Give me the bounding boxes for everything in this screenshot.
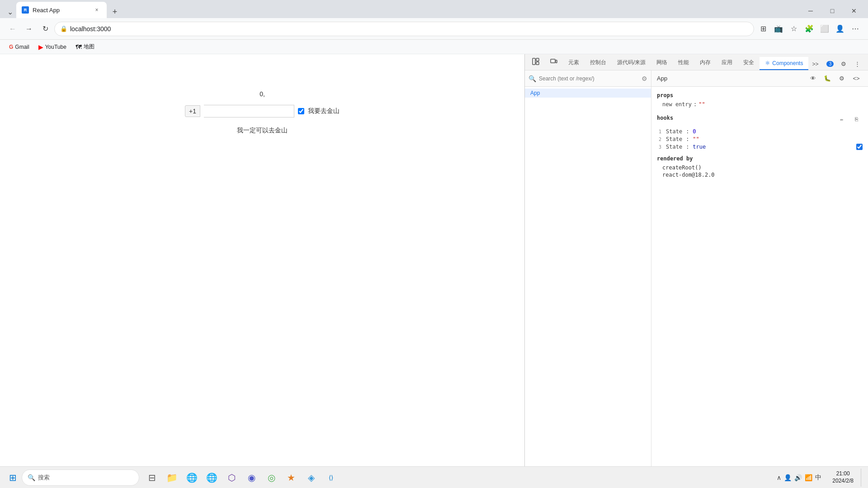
bookmark-youtube[interactable]: ▶ YouTube — [35, 42, 70, 52]
close-button[interactable]: ✕ — [844, 4, 864, 18]
devtools-tab-icons: 3 ⚙ ⋮ ✕ — [822, 57, 868, 70]
hook-3-checkbox[interactable] — [856, 144, 863, 150]
devtools-tab-responsive[interactable] — [545, 55, 563, 70]
menu-button[interactable]: ⋯ — [848, 22, 863, 36]
taskbar-search-icon: 🔍 — [28, 474, 35, 481]
hook-key-1: State — [666, 128, 682, 135]
bookmark-maps[interactable]: 🗺 地图 — [72, 42, 98, 52]
taskbar-app-edge2[interactable]: 🌐 — [203, 469, 221, 487]
lock-icon: 🔒 — [60, 25, 67, 32]
hook-value-1: 0 — [693, 128, 696, 135]
maximize-button[interactable]: □ — [822, 4, 843, 18]
bookmark-gmail[interactable]: G Gmail — [5, 43, 33, 51]
taskbar-tray: ∧ 👤 🔊 📶 中 — [773, 474, 825, 482]
tab-close-button[interactable]: × — [92, 5, 101, 14]
checkbox-input[interactable] — [298, 108, 304, 114]
settings-button[interactable]: ⚙ — [835, 72, 848, 85]
code-button[interactable]: <> — [850, 72, 863, 85]
tray-person-icon[interactable]: 👤 — [784, 474, 792, 481]
screen-cast-button[interactable]: 📺 — [771, 22, 786, 36]
devtools-tab-network[interactable]: 网络 — [651, 56, 673, 70]
search-icon: 🔍 — [528, 75, 536, 82]
show-desktop-button[interactable] — [861, 469, 864, 487]
text-input[interactable] — [204, 105, 294, 117]
devtools-tab-console[interactable]: 控制台 — [585, 56, 612, 70]
profile-button[interactable]: 👤 — [833, 22, 847, 36]
devtools-tab-more[interactable]: >> — [808, 58, 822, 70]
devtools-close-button[interactable]: ✕ — [864, 57, 868, 70]
hook-colon-2: : — [686, 136, 689, 142]
tray-ime-icon[interactable]: 中 — [815, 474, 821, 482]
svg-rect-2 — [536, 62, 539, 65]
bug-button[interactable]: 🐛 — [821, 72, 834, 85]
minimize-button[interactable]: ─ — [800, 4, 821, 18]
back-button[interactable]: ← — [5, 22, 20, 36]
taskbar-app-vscode[interactable]: ⟨⟩ — [322, 469, 340, 487]
hooks-copy-icon[interactable]: ⎘ — [850, 113, 863, 126]
tree-item-app[interactable]: App — [525, 89, 651, 98]
prop-row-new-entry: new entry : "" — [657, 101, 863, 108]
prop-key: new entry — [662, 101, 692, 108]
main-area: 0, +1 我要去金山 我一定可以去金山 元素 — [0, 54, 868, 466]
gmail-icon: G — [9, 44, 13, 50]
component-detail-panel: App 👁 🐛 ⚙ <> props new entry — [651, 70, 868, 466]
form-row: +1 我要去金山 — [185, 105, 340, 117]
hook-index-1: 1 — [659, 129, 664, 134]
collections-button[interactable]: 🧩 — [802, 22, 816, 36]
extensions-button[interactable]: ⊞ — [756, 22, 770, 36]
tab-title: React App — [33, 7, 89, 14]
taskbar-app-chrome[interactable]: ◎ — [262, 469, 280, 487]
devtools-settings-button[interactable]: ⚙ — [837, 57, 850, 70]
tray-expand-icon[interactable]: ∧ — [777, 474, 781, 481]
devtools-tab-sources[interactable]: 源代码/来源 — [612, 56, 651, 70]
search-settings-icon[interactable]: ⚙ — [642, 75, 647, 82]
tray-network-icon[interactable]: 📶 — [805, 474, 812, 481]
active-tab[interactable]: R React App × — [16, 2, 107, 18]
hook-key-3: State — [666, 144, 682, 150]
new-tab-button[interactable]: + — [108, 5, 121, 18]
forward-button[interactable]: → — [22, 22, 36, 36]
hooks-section-title: hooks — [657, 115, 673, 121]
component-search-bar: 🔍 ⚙ — [525, 70, 651, 87]
rendered-by-section: rendered by createRoot() react-dom@18.2.… — [657, 155, 863, 178]
component-detail-content: props new entry : "" hooks ✏ — [651, 87, 868, 466]
taskbar-app-explorer[interactable]: 📁 — [163, 469, 181, 487]
console-badge-button[interactable]: 3 — [824, 57, 836, 70]
taskbar-search-text: 搜索 — [38, 474, 50, 482]
hook-key-2: State — [666, 136, 682, 142]
split-view-button[interactable]: ⬜ — [817, 22, 832, 36]
devtools-tab-bar: 元素 控制台 源代码/来源 网络 性能 内存 应用 — [525, 54, 868, 70]
taskbar-app-edge[interactable]: 🌐 — [183, 469, 201, 487]
tab-list-button[interactable]: ⌄ — [4, 5, 16, 18]
devtools-tab-application[interactable]: 应用 — [716, 56, 738, 70]
taskbar-app-purple[interactable]: ⬡ — [222, 469, 241, 487]
component-search-input[interactable] — [539, 75, 639, 82]
component-detail-header: App 👁 🐛 ⚙ <> — [651, 70, 868, 87]
hooks-edit-icon[interactable]: ✏ — [835, 113, 848, 126]
console-badge: 3 — [826, 61, 834, 67]
devtools-tab-elements[interactable]: 元素 — [563, 56, 585, 70]
bookmarks-bar: G Gmail ▶ YouTube 🗺 地图 — [0, 40, 868, 54]
address-bar[interactable]: 🔒 localhost:3000 — [54, 22, 754, 36]
devtools-tab-components[interactable]: ⚛ Components — [760, 57, 808, 70]
devtools-tab-security[interactable]: 安全 — [738, 56, 760, 70]
tray-audio-icon[interactable]: 🔊 — [794, 474, 802, 481]
reload-button[interactable]: ↻ — [38, 22, 52, 36]
taskbar-app-orange[interactable]: ★ — [282, 469, 300, 487]
favorites-button[interactable]: ☆ — [787, 22, 801, 36]
devtools-tab-memory[interactable]: 内存 — [694, 56, 716, 70]
page-content: 0, +1 我要去金山 我一定可以去金山 — [0, 54, 524, 466]
counter-text: 0, — [259, 90, 265, 98]
taskbar-app-taskview[interactable]: ⊟ — [143, 469, 161, 487]
devtools-more-button[interactable]: ⋮ — [851, 57, 863, 70]
taskbar-search[interactable]: 🔍 搜索 — [22, 469, 139, 486]
devtools-tab-performance[interactable]: 性能 — [673, 56, 694, 70]
start-button[interactable]: ⊞ — [4, 469, 22, 487]
taskbar-right: ∧ 👤 🔊 📶 中 21:00 2024/2/8 — [773, 469, 864, 487]
taskbar-app-teams[interactable]: ◉ — [242, 469, 260, 487]
taskbar-app-blue[interactable]: ◈ — [302, 469, 320, 487]
eye-button[interactable]: 👁 — [807, 72, 819, 85]
devtools-tab-inspector[interactable] — [527, 55, 545, 70]
hook-colon-3: : — [686, 144, 689, 150]
component-tree-content: App — [525, 87, 651, 466]
